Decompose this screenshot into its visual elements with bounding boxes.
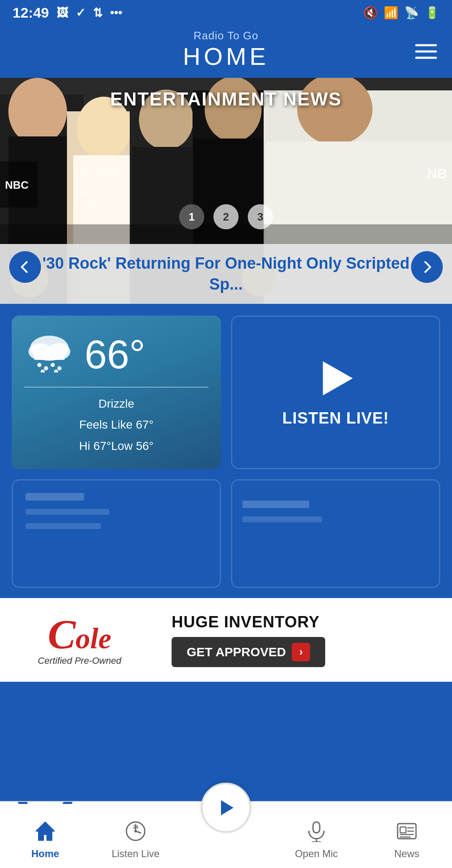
- carousel-prev-button[interactable]: [9, 251, 41, 283]
- home-icon: [34, 820, 56, 845]
- bottom-nav: Home 24 Listen Live: [0, 801, 452, 868]
- nav-item-listen-live[interactable]: 24 Listen Live: [90, 802, 181, 868]
- hero-carousel: Golden Globe NBC HOLLYWOOD FOREIGN PRESS…: [0, 78, 452, 304]
- center-play-button[interactable]: [201, 783, 251, 833]
- weather-top: 66°: [24, 331, 208, 378]
- entertainment-news-label: ENTERTAINMENT NEWS: [0, 89, 452, 110]
- home-active-indicator: [18, 802, 72, 804]
- hamburger-line-2: [415, 51, 437, 53]
- ellipsis-icon: •••: [110, 6, 122, 19]
- mute-icon: 🔇: [363, 6, 378, 20]
- weather-condition: Drizzle: [24, 393, 208, 414]
- nav-item-news[interactable]: News: [362, 802, 452, 868]
- nav-item-open-mic[interactable]: Open Mic: [271, 802, 362, 868]
- svg-text:HOLLYWOOD: HOLLYWOOD: [75, 169, 124, 178]
- listen-live-nav-icon: 24: [125, 820, 146, 845]
- hamburger-line-1: [415, 44, 437, 46]
- menu-button[interactable]: [415, 44, 437, 59]
- svg-text:PRESS: PRESS: [75, 189, 101, 197]
- svg-rect-49: [400, 827, 406, 833]
- weather-feels-like: Feels Like 67°: [24, 414, 208, 435]
- svg-point-34: [57, 366, 62, 370]
- check-icon: ✓: [76, 6, 85, 20]
- get-approved-label: GET APPROVED: [187, 645, 286, 659]
- widget-grid-top: 66° Drizzle Feels Like 67° Hi 67°Low 56°…: [12, 316, 440, 469]
- nav-item-home[interactable]: Home: [0, 802, 90, 868]
- arrow-right-icon: ›: [292, 643, 310, 661]
- microphone-icon: [306, 820, 327, 845]
- svg-marker-38: [36, 822, 54, 840]
- carousel-dot-3[interactable]: 3: [248, 204, 273, 229]
- svg-text:ASSOC.: ASSOC.: [75, 198, 104, 207]
- bottom-widget-right[interactable]: [231, 479, 440, 588]
- listen-live-nav-label: Listen Live: [112, 848, 160, 860]
- status-right: 🔇 📶 📡 🔋: [363, 6, 439, 20]
- cole-brand-subtitle: Certified Pre-Owned: [38, 655, 121, 666]
- carousel-next-button[interactable]: [411, 251, 443, 283]
- status-bar: 12:49 🖼 ✓ ⇅ ••• 🔇 📶 📡 🔋: [0, 0, 452, 25]
- open-mic-nav-label: Open Mic: [295, 848, 338, 860]
- ad-headline: HUGE INVENTORY: [172, 613, 320, 631]
- svg-text:NBC: NBC: [5, 179, 29, 191]
- top-nav: Radio To Go HOME: [0, 25, 452, 78]
- widget-grid-bottom: [12, 479, 440, 588]
- bottom-widget-left[interactable]: [12, 479, 221, 588]
- news-icon: [396, 820, 418, 845]
- signal-icon: 📡: [404, 6, 419, 20]
- listen-live-widget[interactable]: LISTEN LIVE!: [231, 316, 440, 469]
- carousel-dot-2[interactable]: 2: [213, 204, 239, 229]
- svg-point-31: [37, 363, 41, 367]
- svg-point-11: [205, 78, 262, 142]
- status-time: 12:49: [13, 5, 49, 21]
- app-subtitle: Radio To Go: [0, 29, 452, 42]
- home-nav-label: Home: [31, 848, 59, 860]
- svg-marker-44: [221, 800, 234, 815]
- svg-point-36: [54, 370, 58, 372]
- page-title: HOME: [0, 42, 452, 70]
- carousel-caption: '30 Rock' Returning For One-Night Only S…: [0, 244, 452, 304]
- listen-live-play-icon: [315, 357, 357, 399]
- bottom-spacer: [12, 682, 440, 757]
- svg-rect-45: [313, 822, 320, 833]
- cole-brand-name: Cole: [48, 614, 111, 655]
- main-content: 66° Drizzle Feels Like 67° Hi 67°Low 56°…: [0, 304, 452, 757]
- carousel-dot-1[interactable]: 1: [179, 204, 204, 229]
- svg-point-33: [51, 363, 55, 367]
- weather-temperature: 66°: [85, 334, 145, 375]
- weather-details: Drizzle Feels Like 67° Hi 67°Low 56°: [24, 393, 208, 457]
- carousel-caption-text: '30 Rock' Returning For One-Night Only S…: [38, 253, 414, 295]
- svg-point-35: [41, 370, 45, 372]
- svg-point-2: [8, 78, 67, 145]
- svg-text:FOREIGN: FOREIGN: [75, 179, 110, 187]
- carousel-dots: 1 2 3: [179, 204, 273, 229]
- ad-banner[interactable]: Cole Certified Pre-Owned HUGE INVENTORY …: [0, 598, 452, 682]
- photo-icon: 🖼: [56, 6, 68, 20]
- cole-logo: Cole Certified Pre-Owned: [38, 614, 121, 666]
- nav-item-play-center[interactable]: [181, 802, 271, 868]
- ad-logo-area: Cole Certified Pre-Owned: [0, 598, 159, 682]
- ad-text-area: HUGE INVENTORY GET APPROVED ›: [159, 605, 452, 675]
- get-approved-button[interactable]: GET APPROVED ›: [172, 637, 325, 667]
- svg-text:NB: NB: [427, 165, 447, 181]
- sync-icon: ⇅: [93, 6, 103, 20]
- cloud-rain-icon: [24, 331, 74, 378]
- wifi-icon: 📶: [384, 6, 398, 20]
- svg-point-32: [44, 366, 48, 370]
- hamburger-line-3: [415, 57, 437, 59]
- listen-live-label: LISTEN LIVE!: [282, 409, 389, 427]
- news-nav-label: News: [394, 848, 419, 860]
- svg-rect-30: [34, 352, 64, 360]
- status-left: 12:49 🖼 ✓ ⇅ •••: [13, 5, 122, 21]
- svg-point-43: [134, 830, 137, 832]
- svg-marker-37: [323, 362, 352, 395]
- weather-widget[interactable]: 66° Drizzle Feels Like 67° Hi 67°Low 56°: [12, 316, 221, 469]
- weather-divider: [24, 387, 208, 388]
- weather-hi-low: Hi 67°Low 56°: [24, 436, 208, 457]
- battery-icon: 🔋: [425, 6, 439, 20]
